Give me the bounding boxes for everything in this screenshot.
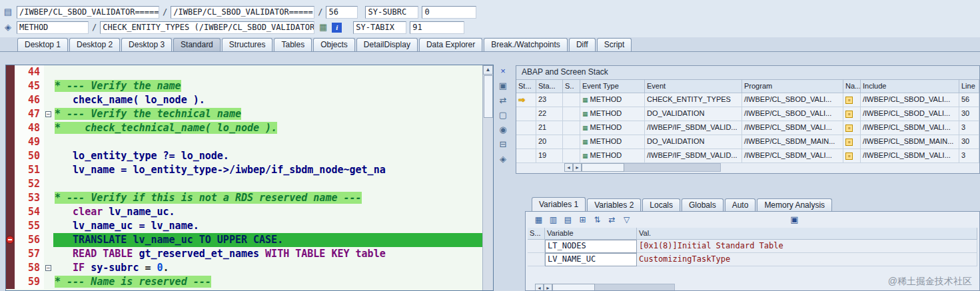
breakpoint-margin[interactable] [6, 93, 15, 107]
code-line-52[interactable]: 52 [6, 177, 483, 191]
code-line-56[interactable]: 56 TRANSLATE lv_name_uc TO UPPER CASE. [6, 233, 483, 247]
fold-toggle[interactable]: − [44, 107, 53, 121]
code-line-53[interactable]: 53* --- Verify if this is not a RDS rese… [6, 191, 483, 205]
tab-structures[interactable]: Structures [222, 38, 273, 51]
sy-subrc-label-field[interactable]: SY-SUBRC [365, 6, 418, 19]
tab-script[interactable]: Script [597, 38, 632, 51]
tab-desktop-1[interactable]: Desktop 1 [17, 38, 68, 51]
link-tool-icon[interactable]: ◈ [498, 154, 508, 164]
stack-row[interactable]: 19▦METHOD/IWBEP/IF_SBDM_VALID.../IWBEP/C… [516, 149, 979, 163]
code-line-58[interactable]: 58− IF sy-subrc = 0. [6, 261, 483, 275]
fold-toggle[interactable]: − [44, 261, 53, 275]
breakpoint-margin[interactable] [6, 135, 15, 149]
scroll-right-icon[interactable]: ► [573, 163, 582, 172]
navigate-icon[interactable]: ≡ [845, 139, 853, 146]
scrollbar-track[interactable] [624, 163, 721, 172]
tool-services-icon[interactable]: ◉ [498, 125, 508, 135]
filter-icon[interactable]: ▽ [622, 215, 632, 225]
breakpoint-margin[interactable] [6, 149, 15, 163]
variables-column-header-val[interactable]: Val. [637, 228, 977, 240]
code-line-44[interactable]: 44 [6, 65, 483, 79]
tab-objects[interactable]: Objects [313, 38, 355, 51]
variables-horizontal-scrollbar[interactable]: ◄ ► [535, 284, 675, 291]
tab-standard[interactable]: Standard [173, 38, 221, 51]
tab-break-watchpoints[interactable]: Break./Watchpoints [484, 38, 568, 51]
variable-row[interactable]: LT_NODES[0x1(8)]Initial Standard Table [528, 240, 977, 253]
transfer-icon[interactable]: ⇄ [607, 215, 617, 225]
stack-column-header-sta[interactable]: Sta... [536, 80, 563, 93]
breakpoint-margin[interactable] [6, 163, 15, 177]
navigate-icon[interactable]: ≡ [845, 97, 853, 104]
navigate-icon[interactable]: ≡ [845, 111, 853, 118]
code-line-55[interactable]: 55 lv_name_uc = lv_name. [6, 219, 483, 233]
collapse-icon[interactable]: − [45, 111, 51, 117]
sy-tabix-value-field[interactable]: 91 [410, 21, 464, 34]
tab-variables-2[interactable]: Variables 2 [587, 198, 641, 212]
tab-auto[interactable]: Auto [725, 198, 756, 212]
breakpoint-icon[interactable] [6, 236, 14, 244]
code-line-49[interactable]: 49 [6, 135, 483, 149]
tab-tables[interactable]: Tables [274, 38, 312, 51]
event-field[interactable]: CHECK_ENTITY_TYPES (/IWBEP/CL_SBOD_VALID… [100, 21, 314, 34]
tab-detaildisplay[interactable]: DetailDisplay [356, 38, 418, 51]
scroll-right-icon[interactable]: ► [544, 284, 552, 291]
breakpoint-margin[interactable] [6, 79, 15, 93]
code-line-51[interactable]: 51 lv_name = lo_entity_type->/iwbep/if_s… [6, 163, 483, 177]
code-line-54[interactable]: 54 clear lv_name_uc. [6, 205, 483, 219]
breakpoint-margin[interactable] [6, 65, 15, 79]
stack-horizontal-scrollbar[interactable]: ◄ ► [564, 163, 721, 172]
main-program-field[interactable]: /IWBEP/CL_SBOD_VALIDATOR===== [17, 6, 159, 19]
sort-icon[interactable]: ⇅ [592, 215, 602, 225]
sy-subrc-value-field[interactable]: 0 [422, 6, 476, 19]
swap-tool-icon[interactable]: ⇄ [498, 95, 508, 106]
variables-column-header-variable[interactable]: Variable [545, 228, 637, 240]
info-icon[interactable]: i [332, 23, 342, 33]
editor-vertical-scrollbar[interactable]: ▲ [482, 65, 493, 290]
new-tool-icon[interactable]: ▣ [498, 81, 508, 91]
change-variable-icon[interactable]: ▥ [548, 215, 558, 225]
collapse-icon[interactable]: − [45, 265, 51, 271]
scroll-left-icon[interactable]: ◄ [564, 163, 573, 172]
stack-column-header-include[interactable]: Include [861, 80, 959, 93]
code-editor[interactable]: 4445* --- Verify the name46 check_name( … [5, 65, 494, 291]
stack-column-header-event[interactable]: Event [645, 80, 742, 93]
tab-data-explorer[interactable]: Data Explorer [419, 38, 482, 51]
stack-row[interactable]: 20▦METHODDO_VALIDATION/IWBEP/CL_SBDM_MAI… [516, 135, 979, 149]
stack-column-header-st[interactable]: St... [516, 80, 536, 93]
scroll-left-icon[interactable]: ◄ [535, 284, 544, 291]
sy-tabix-label-field[interactable]: SY-TABIX [353, 21, 406, 34]
breakpoint-margin[interactable] [6, 261, 15, 275]
breakpoint-margin[interactable] [6, 247, 15, 261]
code-line-47[interactable]: 47−* --- Verify the technical name [6, 107, 483, 121]
scrollbar-thumb[interactable] [552, 284, 595, 291]
breakpoint-margin[interactable] [6, 233, 15, 247]
breakpoint-margin[interactable] [6, 219, 15, 233]
table-display-icon[interactable]: ▤ [563, 215, 573, 225]
tab-diff[interactable]: Diff [569, 38, 596, 51]
code-line-48[interactable]: 48* check_technical_name( lo_node ). [6, 121, 483, 135]
scrollbar-thumb[interactable] [582, 163, 624, 172]
scrollbar-thumb[interactable] [484, 75, 493, 118]
breakpoint-margin[interactable] [6, 191, 15, 205]
navigate-icon[interactable]: ≡ [845, 125, 853, 132]
stack-column-header-s[interactable]: S.. [563, 80, 580, 93]
code-line-59[interactable]: 59* --- Name is reserved --- [6, 275, 483, 289]
tab-memory-analysis[interactable]: Memory Analysis [757, 198, 832, 212]
code-line-50[interactable]: 50 lo_entity_type ?= lo_node. [6, 149, 483, 163]
code-line-57[interactable]: 57 READ TABLE gt_reserved_et_names WITH … [6, 247, 483, 261]
scroll-up-icon[interactable]: ▲ [483, 65, 493, 75]
breakpoint-margin[interactable] [6, 205, 15, 219]
change-display-icon[interactable]: ▦ [318, 22, 328, 33]
save-icon[interactable]: ▣ [789, 214, 799, 224]
variable-row[interactable]: LV_NAME_UCCustomizingTaskType [528, 253, 977, 266]
tab-desktop-2[interactable]: Desktop 2 [69, 38, 120, 51]
code-line-45[interactable]: 45* --- Verify the name [6, 79, 483, 93]
stack-column-header-event-type[interactable]: Event Type [580, 80, 645, 93]
breakpoint-margin[interactable] [6, 121, 15, 135]
stack-column-header-line[interactable]: Line [959, 80, 979, 93]
tab-desktop-3[interactable]: Desktop 3 [121, 38, 172, 51]
source-code-field[interactable]: /IWBEP/CL_SBOD_VALIDATOR===== [171, 6, 314, 19]
line-number-field[interactable]: 56 [326, 6, 358, 19]
variables-column-header-s[interactable]: S... [528, 228, 545, 240]
breakpoint-margin[interactable] [6, 107, 15, 121]
